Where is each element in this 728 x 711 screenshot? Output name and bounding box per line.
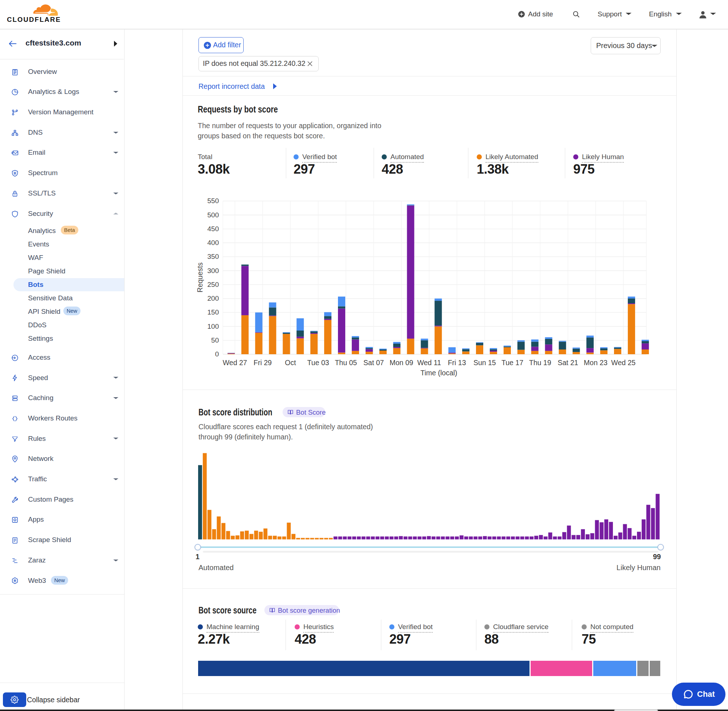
svg-text:150: 150 [207, 308, 219, 316]
svg-text:Wed 27: Wed 27 [223, 358, 247, 367]
svg-text:50: 50 [211, 336, 219, 344]
svg-text:Sat 07: Sat 07 [363, 358, 384, 367]
svg-text:300: 300 [207, 267, 219, 274]
svg-text:Sun 15: Sun 15 [473, 358, 496, 367]
svg-text:250: 250 [207, 281, 219, 288]
svg-text:Wed 25: Wed 25 [611, 358, 635, 367]
svg-text:Fri 29: Fri 29 [254, 358, 272, 367]
svg-text:100: 100 [207, 323, 219, 330]
svg-text:500: 500 [207, 211, 219, 219]
svg-text:Requests: Requests [196, 263, 204, 293]
svg-text:Thu 19: Thu 19 [529, 358, 551, 367]
svg-text:Fri 13: Fri 13 [448, 358, 466, 367]
svg-text:0: 0 [215, 350, 219, 358]
svg-text:Oct: Oct [285, 358, 296, 367]
svg-text:350: 350 [207, 253, 219, 260]
svg-text:Thu 05: Thu 05 [335, 358, 357, 367]
svg-text:Time (local): Time (local) [420, 369, 457, 377]
svg-text:Mon 09: Mon 09 [390, 358, 413, 367]
svg-text:200: 200 [207, 295, 219, 302]
svg-text:450: 450 [207, 225, 219, 233]
svg-text:Sat 21: Sat 21 [558, 358, 578, 367]
svg-text:Tue 17: Tue 17 [502, 358, 523, 367]
svg-text:Tue 03: Tue 03 [307, 358, 329, 367]
svg-text:400: 400 [207, 239, 219, 246]
svg-text:550: 550 [207, 197, 219, 205]
svg-text:Wed 11: Wed 11 [417, 358, 441, 367]
svg-text:Mon 23: Mon 23 [584, 358, 607, 367]
